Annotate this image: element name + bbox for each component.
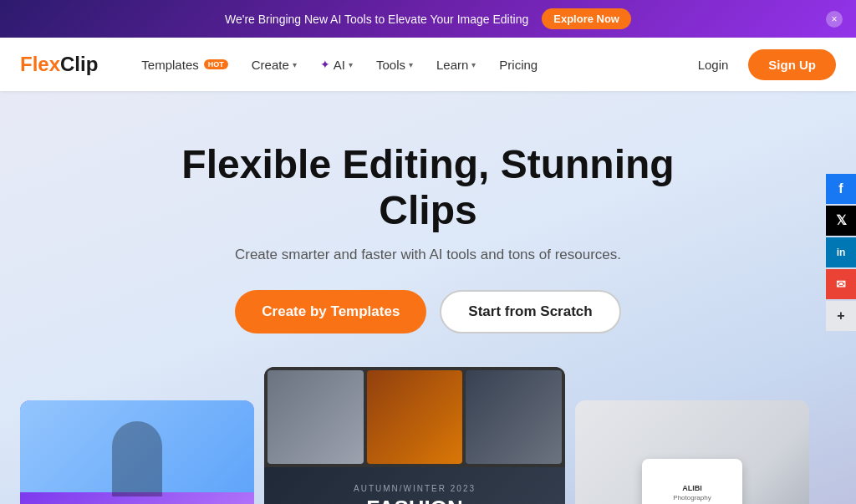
nav-links: Templates HOT Create ▾ ✦ AI ▾ Tools ▾ Le… xyxy=(131,51,687,79)
create-chevron-icon: ▾ xyxy=(293,60,297,69)
ai-star-icon: ✦ xyxy=(320,58,330,71)
linkedin-share-button[interactable]: in xyxy=(826,237,856,267)
center-top-images xyxy=(264,367,565,467)
create-by-templates-button[interactable]: Create by Templates xyxy=(235,290,426,333)
twitter-icon: 𝕏 xyxy=(836,212,847,228)
templates-badge: HOT xyxy=(204,59,228,69)
learn-chevron-icon: ▾ xyxy=(471,60,476,69)
left-top-image xyxy=(20,400,254,492)
nav-label-learn: Learn xyxy=(436,58,468,72)
preview-card-left xyxy=(20,400,254,504)
nav-item-create[interactable]: Create ▾ xyxy=(242,51,307,79)
hero-section: Flexible Editing, Stunning Clips Create … xyxy=(0,91,856,504)
more-icon: + xyxy=(837,308,844,323)
top-banner: We're Bringing New AI Tools to Elevate Y… xyxy=(0,0,856,38)
facebook-icon: f xyxy=(838,181,843,196)
banner-close-button[interactable]: × xyxy=(826,11,843,28)
email-share-button[interactable]: ✉ xyxy=(826,269,856,299)
ai-chevron-icon: ▾ xyxy=(349,60,353,69)
center-image-3 xyxy=(466,370,562,464)
more-share-button[interactable]: + xyxy=(826,301,856,331)
login-button[interactable]: Login xyxy=(688,51,739,79)
hero-subtitle: Create smarter and faster with AI tools … xyxy=(235,247,621,263)
nav-item-templates[interactable]: Templates HOT xyxy=(131,51,237,79)
facebook-share-button[interactable]: f xyxy=(826,174,856,204)
logo[interactable]: FlexClip xyxy=(20,53,98,76)
hero-buttons: Create by Templates Start from Scratch xyxy=(235,290,620,333)
linkedin-icon: in xyxy=(837,247,846,258)
explore-now-button[interactable]: Explore Now xyxy=(542,8,631,29)
right-device-mockup: ALIBI Photography xyxy=(642,459,742,504)
banner-text: We're Bringing New AI Tools to Elevate Y… xyxy=(225,13,528,26)
hero-title: Flexible Editing, Stunning Clips xyxy=(135,141,721,233)
center-fashion-card: AUTUMN/WINTER 2023 FASHIONJOURNEY ▶ xyxy=(264,467,565,504)
fashion-text-block: AUTUMN/WINTER 2023 FASHIONJOURNEY ▶ xyxy=(354,484,476,504)
center-image-1 xyxy=(268,370,364,464)
social-sidebar: f 𝕏 in ✉ + xyxy=(826,174,856,331)
navbar: FlexClip Templates HOT Create ▾ ✦ AI ▾ T… xyxy=(0,38,856,91)
start-from-scratch-button[interactable]: Start from Scratch xyxy=(440,290,620,333)
preview-card-right: ALIBI Photography xyxy=(575,400,809,504)
signup-button[interactable]: Sign Up xyxy=(748,49,836,80)
nav-item-learn[interactable]: Learn ▾ xyxy=(426,51,486,79)
nav-label-pricing: Pricing xyxy=(499,58,538,72)
tools-chevron-icon: ▾ xyxy=(409,60,413,69)
right-card-inner: ALIBI Photography xyxy=(575,400,809,504)
center-image-2 xyxy=(367,370,463,464)
nav-label-templates: Templates xyxy=(141,58,198,72)
email-icon: ✉ xyxy=(836,277,846,291)
logo-clip: Clip xyxy=(60,53,98,75)
preview-card-center: AUTUMN/WINTER 2023 FASHIONJOURNEY ▶ xyxy=(264,367,565,504)
logo-flex: Flex xyxy=(20,53,60,75)
nav-item-tools[interactable]: Tools ▾ xyxy=(366,51,423,79)
preview-strip: AUTUMN/WINTER 2023 FASHIONJOURNEY ▶ xyxy=(20,367,836,504)
nav-item-pricing[interactable]: Pricing xyxy=(489,51,548,79)
nav-item-ai[interactable]: ✦ AI ▾ xyxy=(310,51,363,79)
fashion-sublabel: AUTUMN/WINTER 2023 xyxy=(354,484,476,493)
nav-actions: Login Sign Up xyxy=(688,49,836,80)
nav-label-create: Create xyxy=(252,58,289,72)
nav-label-ai: AI xyxy=(334,58,345,72)
fashion-title: FASHIONJOURNEY xyxy=(354,496,476,504)
left-card-inner xyxy=(20,400,254,504)
twitter-share-button[interactable]: 𝕏 xyxy=(826,206,856,236)
nav-label-tools: Tools xyxy=(376,58,405,72)
